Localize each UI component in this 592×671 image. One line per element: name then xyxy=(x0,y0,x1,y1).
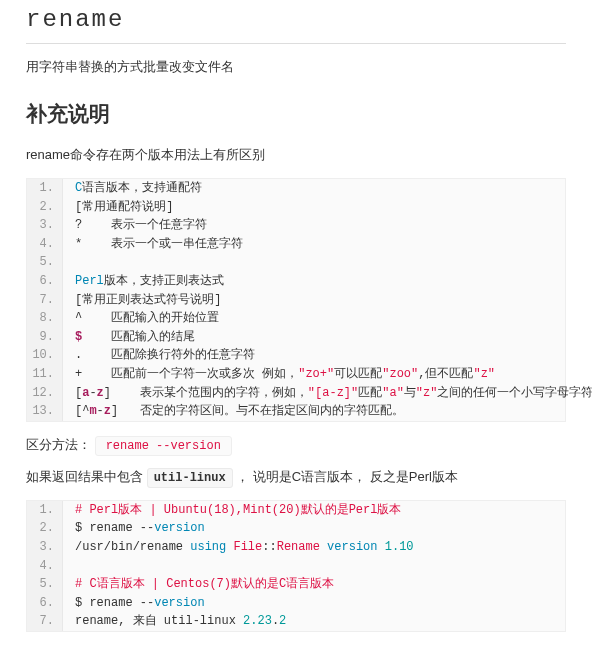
code-line: 10.. 匹配除换行符外的任意字符 xyxy=(27,346,565,365)
line-number: 3. xyxy=(27,216,63,235)
code-line: 12.[a-z] 表示某个范围内的字符，例如，"[a-z]"匹配"a"与"z"之… xyxy=(27,384,565,403)
page-title: rename xyxy=(26,6,566,33)
line-number: 3. xyxy=(27,538,63,557)
code-line: 1.# Perl版本 | Ubuntu(18),Mint(20)默认的是Perl… xyxy=(27,501,565,520)
section-heading: 补充说明 xyxy=(26,100,566,128)
line-content: # C语言版本 | Centos(7)默认的是C语言版本 xyxy=(63,575,334,594)
intro-line: rename命令存在两个版本用法上有所区别 xyxy=(26,146,566,164)
line-content: C语言版本，支持通配符 xyxy=(63,179,202,198)
line-number: 1. xyxy=(27,179,63,198)
line-content: + 匹配前一个字符一次或多次 例如，"zo+"可以匹配"zoo",但不匹配"z" xyxy=(63,365,495,384)
line-number: 9. xyxy=(27,328,63,347)
code-line: 1.C语言版本，支持通配符 xyxy=(27,179,565,198)
code-line: 6.Perl版本，支持正则表达式 xyxy=(27,272,565,291)
line-content: [a-z] 表示某个范围内的字符，例如，"[a-z]"匹配"a"与"z"之间的任… xyxy=(63,384,592,403)
code-line: 2.$ rename --version xyxy=(27,519,565,538)
result-code: util-linux xyxy=(147,468,233,488)
result-suffix: ， 说明是C语言版本， 反之是Perl版本 xyxy=(233,469,458,484)
line-content: ^ 匹配输入的开始位置 xyxy=(63,309,219,328)
line-content: $ rename --version xyxy=(63,519,205,538)
result-prefix: 如果返回结果中包含 xyxy=(26,469,147,484)
diff-label: 区分方法： xyxy=(26,437,91,452)
line-number: 2. xyxy=(27,198,63,217)
line-number: 13. xyxy=(27,402,63,421)
version-pill: rename --version xyxy=(95,436,232,456)
line-number: 5. xyxy=(27,253,63,272)
title-divider xyxy=(26,43,566,44)
code-line: 5.# C语言版本 | Centos(7)默认的是C语言版本 xyxy=(27,575,565,594)
line-content: ? 表示一个任意字符 xyxy=(63,216,207,235)
line-number: 7. xyxy=(27,612,63,631)
short-description: 用字符串替换的方式批量改变文件名 xyxy=(26,58,566,76)
code-line: 13.[^m-z] 否定的字符区间。与不在指定区间内的字符匹配。 xyxy=(27,402,565,421)
line-number: 4. xyxy=(27,557,63,576)
line-content: [常用正则表达式符号说明] xyxy=(63,291,221,310)
line-number: 11. xyxy=(27,365,63,384)
line-content: # Perl版本 | Ubuntu(18),Mint(20)默认的是Perl版本 xyxy=(63,501,401,520)
result-line: 如果返回结果中包含 util-linux ， 说明是C语言版本， 反之是Perl… xyxy=(26,468,566,486)
code-line: 7.[常用正则表达式符号说明] xyxy=(27,291,565,310)
line-number: 7. xyxy=(27,291,63,310)
line-content: /usr/bin/rename using File::Rename versi… xyxy=(63,538,414,557)
code-line: 3.? 表示一个任意字符 xyxy=(27,216,565,235)
line-number: 12. xyxy=(27,384,63,403)
code-line: 3./usr/bin/rename using File::Rename ver… xyxy=(27,538,565,557)
line-number: 5. xyxy=(27,575,63,594)
code-line: 4.* 表示一个或一串任意字符 xyxy=(27,235,565,254)
code-line: 6.$ rename --version xyxy=(27,594,565,613)
line-content xyxy=(63,253,82,272)
code-block-wildcards: 1.C语言版本，支持通配符2.[常用通配符说明]3.? 表示一个任意字符4.* … xyxy=(26,178,566,422)
line-content: $ 匹配输入的结尾 xyxy=(63,328,195,347)
line-number: 6. xyxy=(27,594,63,613)
code-line: 11.+ 匹配前一个字符一次或多次 例如，"zo+"可以匹配"zoo",但不匹配… xyxy=(27,365,565,384)
line-content: [常用通配符说明] xyxy=(63,198,173,217)
line-content: . 匹配除换行符外的任意字符 xyxy=(63,346,255,365)
code-line: 7.rename, 来自 util-linux 2.23.2 xyxy=(27,612,565,631)
line-content: * 表示一个或一串任意字符 xyxy=(63,235,243,254)
line-number: 4. xyxy=(27,235,63,254)
code-line: 9.$ 匹配输入的结尾 xyxy=(27,328,565,347)
line-number: 10. xyxy=(27,346,63,365)
line-content: rename, 来自 util-linux 2.23.2 xyxy=(63,612,286,631)
line-content: [^m-z] 否定的字符区间。与不在指定区间内的字符匹配。 xyxy=(63,402,404,421)
line-number: 1. xyxy=(27,501,63,520)
code-line: 2.[常用通配符说明] xyxy=(27,198,565,217)
line-content: $ rename --version xyxy=(63,594,205,613)
line-number: 8. xyxy=(27,309,63,328)
code-block-version: 1.# Perl版本 | Ubuntu(18),Mint(20)默认的是Perl… xyxy=(26,500,566,632)
code-line: 5. xyxy=(27,253,565,272)
code-line: 4. xyxy=(27,557,565,576)
line-number: 6. xyxy=(27,272,63,291)
code-line: 8.^ 匹配输入的开始位置 xyxy=(27,309,565,328)
line-content xyxy=(63,557,82,576)
diff-method: 区分方法： rename --version xyxy=(26,436,566,456)
line-number: 2. xyxy=(27,519,63,538)
line-content: Perl版本，支持正则表达式 xyxy=(63,272,224,291)
